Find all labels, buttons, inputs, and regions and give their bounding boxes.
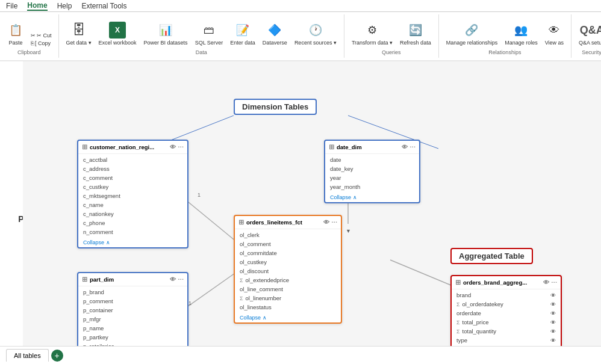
brand-field-4: Σ total_quantity👁 <box>452 327 561 336</box>
queries-label: Queries <box>382 49 401 55</box>
ribbon-group-relationships: 🔗 Manage relationships 👥 Manage roles 👁 … <box>439 14 571 58</box>
tab-all-tables[interactable]: All tables <box>6 349 49 362</box>
brand-more-icon[interactable]: ⋯ <box>551 279 557 286</box>
date-collapse[interactable]: Collapse ∧ <box>325 193 419 202</box>
customer-more-icon[interactable]: ⋯ <box>178 144 184 150</box>
main-canvas: 1 * 1 ▼ 1 * Dimension Tables ⊞ <box>23 61 601 346</box>
orders-fct-field-1: ol_comment <box>235 239 341 248</box>
part-dim-table-card: ⊞ part_dim 👁 ⋯ p_brand p_comment p_conta… <box>77 272 188 346</box>
refresh-button[interactable]: 🔄 Refresh data <box>397 20 434 47</box>
date-field-1: date_key <box>325 164 419 173</box>
security-label: Security <box>582 49 601 55</box>
ribbon-group-queries: ⚙ Transform data ▾ 🔄 Refresh data Querie… <box>344 14 439 58</box>
brand-field-0: brand👁 <box>452 291 561 300</box>
customer-table-header: ⊞ customer_nation_regi... 👁 ⋯ <box>78 141 187 154</box>
part-field-1: p_comment <box>78 297 187 306</box>
svg-text:1: 1 <box>198 192 201 198</box>
aggregated-table-label: Aggregated Table <box>450 248 533 264</box>
ribbon-group-clipboard: 📋 Paste ✂✂ Cut ⎘[ Copy Clipboard <box>0 14 59 58</box>
orders-brand-name: orders_brand_aggreg... <box>463 279 527 286</box>
enter-data-button[interactable]: 📝 Enter data <box>228 20 258 47</box>
customer-table-card: ⊞ customer_nation_regi... 👁 ⋯ c_acctbal … <box>77 140 188 248</box>
brand-field-1: Σ ol_orderdatekey👁 <box>452 300 561 309</box>
date-dim-header: ⊞ date_dim 👁 ⋯ <box>325 141 419 154</box>
data-label: Data <box>196 49 207 55</box>
dimension-tables-label: Dimension Tables <box>234 99 317 115</box>
part-dim-name: part_dim <box>90 276 114 283</box>
svg-line-9 <box>185 272 237 308</box>
part-field-6: p_retailprice <box>78 342 187 346</box>
date-more-icon[interactable]: ⋯ <box>409 144 416 150</box>
orders-brand-table-card: ⊞ orders_brand_aggreg... 👁 ⋯ brand👁 Σ ol… <box>450 275 562 346</box>
date-field-0: date <box>325 155 419 164</box>
menu-external-tools[interactable]: External Tools <box>81 2 126 10</box>
part-dim-header: ⊞ part_dim 👁 ⋯ <box>78 273 187 286</box>
get-data-button[interactable]: 🗄 Get data ▾ <box>64 20 94 47</box>
orders-fct-field-0: ol_clerk <box>235 230 341 239</box>
part-more-icon[interactable]: ⋯ <box>178 276 184 283</box>
part-field-5: p_partkey <box>78 333 187 342</box>
powerbi-datasets-button[interactable]: 📊 Power BI datasets <box>142 20 190 47</box>
customer-field-7: c_phone <box>78 218 187 227</box>
part-field-3: p_mfgr <box>78 315 187 324</box>
orders-brand-header: ⊞ orders_brand_aggreg... 👁 ⋯ <box>452 276 561 289</box>
schema-diagram: 1 * 1 ▼ 1 * Dimension Tables ⊞ <box>29 67 595 340</box>
orders-fct-field-3: ol_custkey <box>235 258 341 267</box>
orders-fct-table-card: ⊞ orders_lineitems_fct 👁 ⋯ ol_clerk ol_c… <box>234 215 342 324</box>
svg-text:1: 1 <box>188 300 192 306</box>
orders-fct-collapse[interactable]: Collapse ∧ <box>235 313 341 322</box>
menu-bar: File Home Help External Tools <box>0 0 601 12</box>
customer-field-8: n_comment <box>78 227 187 236</box>
transform-button[interactable]: ⚙ Transform data ▾ <box>349 20 395 47</box>
paste-button[interactable]: 📋 Paste <box>5 20 26 47</box>
part-field-4: p_name <box>78 324 187 333</box>
orders-fct-name: orders_lineitems_fct <box>246 219 302 226</box>
orders-brand-body: brand👁 Σ ol_orderdatekey👁 orderdate👁 Σ t… <box>452 289 561 346</box>
svg-text:▼: ▼ <box>346 228 351 234</box>
brand-eye-icon[interactable]: 👁 <box>543 279 549 286</box>
menu-help[interactable]: Help <box>57 2 72 10</box>
copy-button[interactable]: ⎘[ Copy <box>29 40 54 47</box>
clipboard-label: Clipboard <box>17 49 41 55</box>
date-dim-name: date_dim <box>337 144 362 150</box>
qa-setup-button[interactable]: Q&A Q&A setup <box>576 20 601 47</box>
orders-fct-field-6: ol_line_comment <box>235 285 341 294</box>
customer-collapse[interactable]: Collapse ∧ <box>78 238 187 247</box>
orders-fct-eye-icon[interactable]: 👁 <box>323 219 329 226</box>
customer-table-body: c_acctbal c_address c_comment c_custkey … <box>78 154 187 238</box>
brand-field-3: Σ total_price👁 <box>452 318 561 327</box>
menu-file[interactable]: File <box>6 2 17 10</box>
orders-fct-field-8: ol_linestatus <box>235 303 341 312</box>
date-field-3: year_month <box>325 182 419 191</box>
sql-server-button[interactable]: 🗃 SQL Server <box>193 20 226 47</box>
customer-field-5: c_name <box>78 200 187 209</box>
view-as-button[interactable]: 👁 View as <box>543 20 566 47</box>
recent-sources-button[interactable]: 🕐 Recent sources ▾ <box>292 20 339 47</box>
customer-field-2: c_comment <box>78 173 187 182</box>
date-eye-icon[interactable]: 👁 <box>402 144 408 150</box>
manage-roles-button[interactable]: 👥 Manage roles <box>502 20 540 47</box>
orders-fct-field-2: ol_commitdate <box>235 248 341 258</box>
part-dim-body: p_brand p_comment p_container p_mfgr p_n… <box>78 286 187 346</box>
customer-field-6: c_nationkey <box>78 209 187 218</box>
table-icon-customer: ⊞ <box>82 143 87 151</box>
table-icon-date: ⊞ <box>329 143 334 151</box>
customer-field-3: c_custkey <box>78 182 187 191</box>
orders-fct-field-4: ol_discount <box>235 267 341 276</box>
part-eye-icon[interactable]: 👁 <box>170 276 176 283</box>
table-icon-brand: ⊞ <box>455 279 461 286</box>
brand-field-2: orderdate👁 <box>452 309 561 318</box>
table-icon-orders-fct: ⊞ <box>238 218 244 226</box>
customer-field-0: c_acctbal <box>78 155 187 164</box>
cut-button[interactable]: ✂✂ Cut <box>29 32 54 39</box>
customer-table-name: customer_nation_regi... <box>90 144 154 150</box>
part-field-0: p_brand <box>78 288 187 297</box>
orders-fct-more-icon[interactable]: ⋯ <box>331 219 337 226</box>
customer-eye-icon[interactable]: 👁 <box>170 144 176 150</box>
manage-relationships-button[interactable]: 🔗 Manage relationships <box>444 20 500 47</box>
menu-home[interactable]: Home <box>27 1 47 11</box>
dataverse-button[interactable]: 🔷 Dataverse <box>260 20 290 47</box>
add-tab-button[interactable]: + <box>51 350 63 362</box>
excel-button[interactable]: X Excel workbook <box>96 20 139 47</box>
orders-fct-field-7: Σ ol_linenumber <box>235 294 341 303</box>
